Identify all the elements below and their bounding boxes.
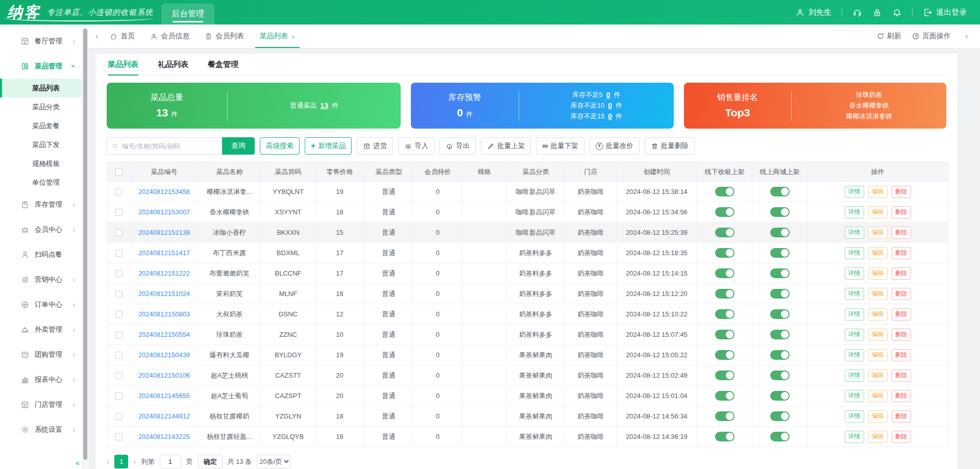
sidebar-collapse-icon[interactable]: « xyxy=(76,458,80,467)
dish-code-link[interactable]: 20240812150803 xyxy=(138,310,190,318)
新增菜品-button[interactable]: +新增菜品 xyxy=(305,137,352,155)
edit-button[interactable]: 编辑 xyxy=(868,431,888,443)
bell-icon[interactable] xyxy=(892,8,902,17)
delete-button[interactable]: 删除 xyxy=(892,349,911,361)
delete-button[interactable]: 删除 xyxy=(892,227,911,239)
sidebar-subitem-菜品分类[interactable]: 菜品分类 xyxy=(0,97,82,116)
offline-pos-toggle[interactable] xyxy=(715,228,734,237)
delete-button[interactable]: 删除 xyxy=(892,247,911,259)
edit-button[interactable]: 编辑 xyxy=(868,390,888,402)
detail-button[interactable]: 详情 xyxy=(845,431,864,443)
online-mall-toggle[interactable] xyxy=(770,228,790,237)
sidebar-item-营销中心[interactable]: 营销中心› xyxy=(0,267,82,292)
detail-button[interactable]: 详情 xyxy=(845,186,864,198)
dish-code-link[interactable]: 20240812151222 xyxy=(138,269,190,277)
online-mall-toggle[interactable] xyxy=(770,289,790,299)
row-checkbox[interactable] xyxy=(115,413,122,420)
edit-button[interactable]: 编辑 xyxy=(868,267,888,280)
offline-pos-toggle[interactable] xyxy=(715,371,734,380)
stock-count[interactable]: 0 xyxy=(608,112,612,120)
page-tab-会员列表[interactable]: 会员列表 xyxy=(205,24,244,48)
online-mall-toggle[interactable] xyxy=(770,187,790,196)
next-page-icon[interactable]: › xyxy=(133,458,136,466)
delete-button[interactable]: 删除 xyxy=(892,206,911,218)
detail-button[interactable]: 详情 xyxy=(845,206,864,218)
backstage-management-tab[interactable]: 后台管理 xyxy=(161,4,214,24)
edit-button[interactable]: 编辑 xyxy=(868,329,888,341)
current-user[interactable]: 刘先生 xyxy=(795,8,831,17)
row-checkbox[interactable] xyxy=(115,352,122,359)
sidebar-item-扫码点餐[interactable]: 扫码点餐 xyxy=(0,242,82,267)
row-checkbox[interactable] xyxy=(115,188,122,195)
normal-dish-count[interactable]: 13 xyxy=(320,102,328,110)
sidebar-item-报表中心[interactable]: 报表中心› xyxy=(0,367,82,392)
sidebar-item-团购管理[interactable]: 团购管理› xyxy=(0,342,82,367)
current-page[interactable]: 1 xyxy=(114,455,128,468)
dish-code-link[interactable]: 20240812144912 xyxy=(138,412,190,420)
sidebar-subitem-菜品下发[interactable]: 菜品下发 xyxy=(0,135,82,154)
sidebar-subitem-菜品列表[interactable]: 菜品列表 xyxy=(0,79,82,97)
edit-button[interactable]: 编辑 xyxy=(868,288,888,300)
edit-button[interactable]: 编辑 xyxy=(868,206,888,218)
select-all-checkbox[interactable] xyxy=(115,168,122,176)
row-checkbox[interactable] xyxy=(115,372,122,379)
lock-icon[interactable] xyxy=(872,8,882,17)
chevron-right-icon[interactable]: › xyxy=(965,32,968,41)
dish-code-link[interactable]: 20240812153007 xyxy=(138,208,190,216)
online-mall-toggle[interactable] xyxy=(770,391,790,401)
detail-button[interactable]: 详情 xyxy=(845,410,864,423)
edit-button[interactable]: 编辑 xyxy=(868,247,888,259)
online-mall-toggle[interactable] xyxy=(770,248,790,258)
page-tab-会员信息[interactable]: 会员信息 xyxy=(150,24,189,48)
edit-button[interactable]: 编辑 xyxy=(868,410,888,423)
offline-pos-toggle[interactable] xyxy=(715,187,734,196)
offline-pos-toggle[interactable] xyxy=(715,248,734,258)
offline-pos-toggle[interactable] xyxy=(715,207,734,217)
refresh-button[interactable]: 刷新 xyxy=(876,32,901,41)
logout-button[interactable]: 退出登录 xyxy=(923,8,967,17)
detail-button[interactable]: 详情 xyxy=(845,267,864,280)
delete-button[interactable]: 删除 xyxy=(892,329,911,341)
close-tab-icon[interactable]: × xyxy=(291,32,296,41)
sidebar-item-库存管理[interactable]: 库存管理› xyxy=(0,192,82,217)
offline-pos-toggle[interactable] xyxy=(715,350,734,360)
高级搜索-button[interactable]: 高级搜索 xyxy=(260,137,300,155)
delete-button[interactable]: 删除 xyxy=(892,410,911,423)
stock-count[interactable]: 0 xyxy=(608,102,612,110)
offline-pos-toggle[interactable] xyxy=(715,309,734,319)
page-operations-button[interactable]: 页面操作 xyxy=(912,32,951,41)
delete-button[interactable]: 删除 xyxy=(892,267,911,280)
row-checkbox[interactable] xyxy=(115,311,122,318)
delete-button[interactable]: 删除 xyxy=(892,288,911,300)
dish-code-link[interactable]: 20240812151024 xyxy=(138,290,190,298)
dish-code-link[interactable]: 20240812151417 xyxy=(138,249,190,257)
delete-button[interactable]: 删除 xyxy=(892,308,911,320)
批量上架-button[interactable]: 批量上架 xyxy=(481,137,531,155)
page-size-select[interactable]: 20条/页 xyxy=(257,455,291,468)
sidebar-item-门店管理[interactable]: 门店管理› xyxy=(0,392,82,417)
goto-confirm-button[interactable]: 确定 xyxy=(198,455,223,468)
goto-page-input[interactable] xyxy=(160,455,181,468)
offline-pos-toggle[interactable] xyxy=(715,289,734,299)
sidebar-item-会员中心[interactable]: 会员中心› xyxy=(0,217,82,242)
edit-button[interactable]: 编辑 xyxy=(868,369,888,382)
sidebar-subitem-单位管理[interactable]: 单位管理 xyxy=(0,173,82,192)
offline-pos-toggle[interactable] xyxy=(715,268,734,278)
sidebar-subitem-规格模板[interactable]: 规格模板 xyxy=(0,154,82,173)
detail-button[interactable]: 详情 xyxy=(845,329,864,341)
sidebar-item-系统设置[interactable]: 系统设置› xyxy=(0,417,82,442)
row-checkbox[interactable] xyxy=(115,229,122,236)
sidebar-scrollbar[interactable] xyxy=(82,24,88,469)
row-checkbox[interactable] xyxy=(115,270,122,277)
tab-scroll-icon[interactable]: › xyxy=(95,32,98,41)
detail-button[interactable]: 详情 xyxy=(845,390,864,402)
stock-count[interactable]: 0 xyxy=(606,91,610,99)
批量下架-button[interactable]: ∞批量下架 xyxy=(536,137,584,155)
offline-pos-toggle[interactable] xyxy=(715,391,734,401)
dish-code-link[interactable]: 20240812150554 xyxy=(138,331,190,338)
detail-button[interactable]: 详情 xyxy=(845,247,864,259)
row-checkbox[interactable] xyxy=(115,209,122,216)
delete-button[interactable]: 删除 xyxy=(892,186,911,198)
dish-code-link[interactable]: 20240812143225 xyxy=(138,433,190,440)
sidebar-item-餐厅管理[interactable]: 餐厅管理› xyxy=(0,29,82,54)
